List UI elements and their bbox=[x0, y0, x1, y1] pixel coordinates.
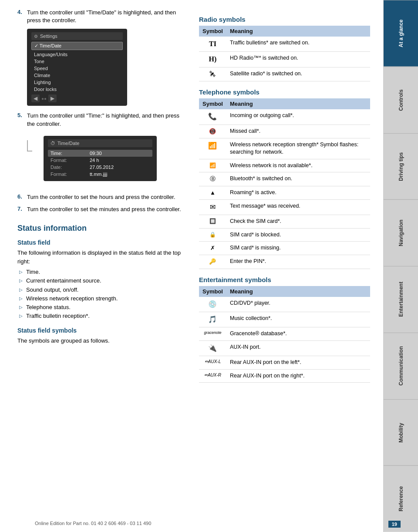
table-row: 🔲 Check the SIM card*. bbox=[199, 215, 370, 229]
settings-title-text: Settings bbox=[40, 34, 57, 39]
tel-sym-1: 📞 bbox=[199, 109, 226, 125]
main-content: 4. Turn the controller until "Time/Date"… bbox=[0, 0, 383, 532]
sidebar-tab-controls[interactable]: Controls bbox=[384, 67, 418, 133]
step-4-text: Turn the controller until "Time/Date" is… bbox=[27, 9, 189, 24]
table-row: 🔑 Enter the PIN*. bbox=[199, 255, 370, 269]
time-date-title: ⏱ Time/Date bbox=[48, 139, 152, 147]
tel-col-symbol: Symbol bbox=[199, 98, 226, 109]
step-5-number: 5. bbox=[17, 112, 24, 128]
ent-sym-6: ✏AUX-R bbox=[199, 369, 226, 383]
table-row: 🛰 Satellite radio* is switched on. bbox=[199, 67, 370, 81]
time-date-menu-image: ⏱ Time/Date Time: 09:30 Format: 24 h bbox=[44, 136, 157, 181]
ent-sym-2: 🎵 bbox=[199, 312, 226, 327]
tel-meaning-5: Bluetooth* is switched on. bbox=[226, 172, 370, 186]
bracket-line bbox=[27, 140, 32, 152]
ent-meaning-6: Rear AUX-IN port on the right*. bbox=[226, 369, 370, 383]
sidebar-tab-navigation[interactable]: Navigation bbox=[384, 199, 418, 266]
bullet-arrow-2: ▷ bbox=[19, 278, 24, 284]
step-5-text: Turn the controller until "Time:" is hig… bbox=[27, 112, 189, 128]
tel-sym-8: 🔲 bbox=[199, 215, 226, 229]
radio-sym-3: 🛰 bbox=[199, 67, 226, 81]
bullet-time: ▷ Time. bbox=[19, 268, 189, 276]
status-information-section: Status information Status field The foll… bbox=[17, 224, 189, 345]
table-row: 🔒 SIM card* is blocked. bbox=[199, 228, 370, 242]
table-row: Ⓑ Bluetooth* is switched on. bbox=[199, 172, 370, 186]
bullet-text-4: Wireless network reception strength. bbox=[26, 295, 118, 303]
tel-sym-5: Ⓑ bbox=[199, 172, 226, 186]
menu-item-language: Language/Units bbox=[31, 51, 123, 58]
table-row: 🔌 AUX-IN port. bbox=[199, 340, 370, 356]
ent-meaning-1: CD/DVD* player. bbox=[226, 297, 370, 312]
tel-col-meaning: Meaning bbox=[226, 98, 370, 109]
radio-meaning-2: HD Radio™* is switched on. bbox=[226, 52, 370, 67]
time-row-format2: Format: tt.mm.jjjj bbox=[48, 171, 152, 178]
sidebar-tab-driving-tips[interactable]: Driving tips bbox=[384, 133, 418, 200]
nav-arrow-left: ◀ bbox=[31, 94, 40, 102]
step-6-text: Turn the controller to set the hours and… bbox=[27, 193, 175, 201]
entertainment-symbols-heading: Entertainment symbols bbox=[199, 276, 370, 283]
time-date-title-text: Time/Date bbox=[57, 141, 79, 146]
menu-item-climate: Climate bbox=[31, 72, 123, 79]
step-7: 7. Turn the controller to set the minute… bbox=[17, 205, 189, 213]
gear-icon: ⚙ bbox=[34, 34, 38, 39]
format1-value: 24 h bbox=[90, 158, 99, 163]
time-row-date: Date: 27.05.2012 bbox=[48, 164, 152, 171]
format1-label: Format: bbox=[51, 158, 77, 163]
step-4: 4. Turn the controller until "Time/Date"… bbox=[17, 9, 189, 24]
bracket-connector bbox=[27, 140, 32, 187]
table-row: ✏AUX-R Rear AUX-IN port on the right*. bbox=[199, 369, 370, 383]
sidebar-tab-entertainment[interactable]: Entertainment bbox=[384, 266, 418, 333]
right-column: Radio symbols Symbol Meaning TI Traffic … bbox=[199, 9, 370, 390]
nav-dots: ●● bbox=[41, 96, 47, 101]
radio-sym-1: TI bbox=[199, 37, 226, 52]
bullet-arrow-4: ▷ bbox=[19, 296, 24, 302]
table-row: H) HD Radio™* is switched on. bbox=[199, 52, 370, 67]
sidebar-tab-communication[interactable]: Communication bbox=[384, 333, 418, 399]
tel-meaning-3: Wireless network reception strength* Sym… bbox=[226, 138, 370, 159]
ent-sym-3: gracenote bbox=[199, 327, 226, 341]
menu-item-door-locks: Door locks bbox=[31, 86, 123, 93]
ent-sym-4: 🔌 bbox=[199, 340, 226, 356]
table-row: ▲ Roaming* is active. bbox=[199, 186, 370, 199]
tel-meaning-8: Check the SIM card*. bbox=[226, 215, 370, 229]
table-row: 🎵 Music collection*. bbox=[199, 312, 370, 327]
table-row: 📶 Wireless network reception strength* S… bbox=[199, 138, 370, 159]
table-row: 💿 CD/DVD* player. bbox=[199, 297, 370, 312]
tel-meaning-4: Wireless network is not available*. bbox=[226, 159, 370, 172]
table-row: gracenote Gracenote® database*. bbox=[199, 327, 370, 341]
telephone-symbols-heading: Telephone symbols bbox=[199, 88, 370, 96]
ent-meaning-2: Music collection*. bbox=[226, 312, 370, 327]
table-row: 📞 Incoming or outgoing call*. bbox=[199, 109, 370, 125]
tel-meaning-9: SIM card* is blocked. bbox=[226, 228, 370, 242]
table-row: ✉ Text message* was received. bbox=[199, 199, 370, 215]
bullet-text-2: Current entertainment source. bbox=[26, 277, 101, 285]
ent-col-meaning: Meaning bbox=[226, 286, 370, 297]
table-row: ✗ SIM card* is missing. bbox=[199, 242, 370, 255]
tel-sym-6: ▲ bbox=[199, 186, 226, 199]
time-icon: ⏱ bbox=[51, 141, 55, 146]
step-7-text: Turn the controller to set the minutes a… bbox=[27, 205, 181, 213]
time-value: 09:30 bbox=[90, 151, 102, 156]
menu-item-tone: Tone bbox=[31, 58, 123, 65]
tel-meaning-11: Enter the PIN*. bbox=[226, 255, 370, 269]
tel-meaning-10: SIM card* is missing. bbox=[226, 242, 370, 255]
tel-sym-10: ✗ bbox=[199, 242, 226, 255]
ent-sym-5: ✏AUX-L bbox=[199, 356, 226, 370]
left-column: 4. Turn the controller until "Time/Date"… bbox=[17, 9, 189, 390]
radio-meaning-3: Satellite radio* is switched on. bbox=[226, 67, 370, 81]
tel-meaning-6: Roaming* is active. bbox=[226, 186, 370, 199]
step-6: 6. Turn the controller to set the hours … bbox=[17, 193, 189, 201]
bullet-entertainment: ▷ Current entertainment source. bbox=[19, 277, 189, 285]
sidebar-tab-mobility[interactable]: Mobility bbox=[384, 399, 418, 466]
time-row-time: Time: 09:30 bbox=[48, 150, 152, 157]
page-footer: Online Edition for Part no. 01 40 2 606 … bbox=[0, 521, 418, 528]
ent-meaning-4: AUX-IN port. bbox=[226, 340, 370, 356]
status-field-symbols-body: The symbols are grouped as follows. bbox=[17, 337, 189, 345]
radio-col-meaning: Meaning bbox=[226, 26, 370, 37]
ent-col-symbol: Symbol bbox=[199, 286, 226, 297]
bullet-arrow-1: ▷ bbox=[19, 269, 24, 275]
table-row: TI Traffic bulletins* are switched on. bbox=[199, 37, 370, 52]
date-value: 27.05.2012 bbox=[90, 165, 114, 170]
sidebar-tab-at-a-glance[interactable]: At a glance bbox=[384, 0, 418, 67]
radio-symbols-table: Symbol Meaning TI Traffic bulletins* are… bbox=[199, 26, 370, 81]
